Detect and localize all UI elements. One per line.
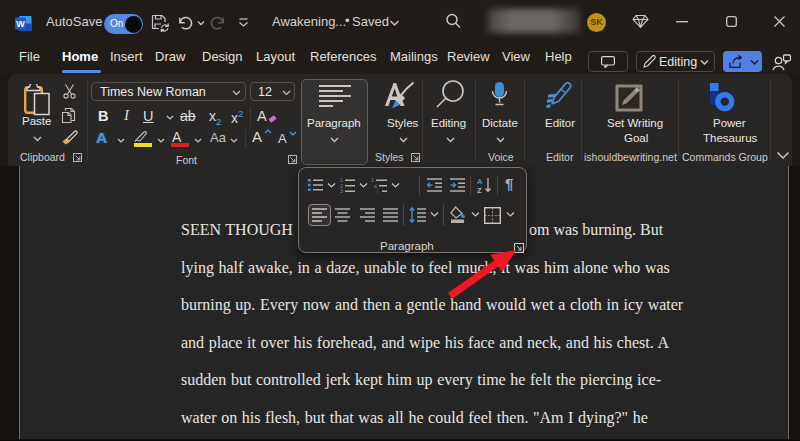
svg-text:i: i — [377, 188, 378, 193]
svg-text:Z: Z — [477, 186, 482, 194]
svg-text:3: 3 — [340, 188, 343, 193]
svg-text:W: W — [16, 19, 25, 29]
